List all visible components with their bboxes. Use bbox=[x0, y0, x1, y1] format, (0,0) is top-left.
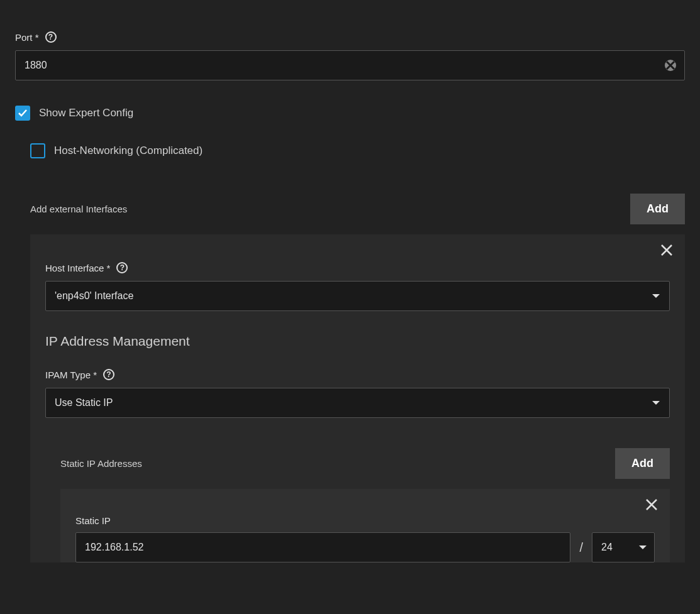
static-ip-label: Static IP bbox=[75, 515, 111, 526]
host-interface-label-text: Host Interface * bbox=[45, 263, 110, 273]
interface-panel: Host Interface * ? 'enp4s0' Interface IP… bbox=[30, 234, 685, 562]
host-networking-checkbox[interactable] bbox=[30, 143, 45, 158]
host-interface-label: Host Interface * ? bbox=[45, 262, 670, 273]
chevron-down-icon bbox=[639, 545, 647, 549]
show-expert-label: Show Expert Config bbox=[39, 107, 133, 119]
help-icon[interactable]: ? bbox=[103, 369, 114, 380]
ipam-type-value: Use Static IP bbox=[55, 397, 113, 408]
ipam-heading: IP Address Management bbox=[45, 334, 670, 349]
port-label-text: Port * bbox=[15, 32, 39, 43]
clear-icon[interactable] bbox=[665, 60, 676, 71]
close-icon[interactable] bbox=[660, 243, 674, 261]
host-interface-select[interactable]: 'enp4s0' Interface bbox=[45, 281, 670, 311]
host-networking-label: Host-Networking (Complicated) bbox=[54, 145, 203, 157]
chevron-down-icon bbox=[652, 401, 660, 405]
static-ip-section-label: Static IP Addresses bbox=[60, 458, 142, 469]
add-static-ip-button[interactable]: Add bbox=[615, 448, 670, 479]
chevron-down-icon bbox=[652, 294, 660, 298]
help-icon[interactable]: ? bbox=[116, 262, 128, 273]
show-expert-checkbox[interactable] bbox=[15, 106, 30, 121]
add-interfaces-label: Add external Interfaces bbox=[30, 204, 127, 214]
subnet-mask-select[interactable]: 24 bbox=[592, 532, 655, 562]
add-interface-button[interactable]: Add bbox=[630, 194, 685, 224]
ipam-type-select[interactable]: Use Static IP bbox=[45, 388, 670, 418]
port-label: Port * ? bbox=[15, 31, 685, 43]
help-icon[interactable]: ? bbox=[45, 31, 57, 43]
host-interface-value: 'enp4s0' Interface bbox=[55, 290, 133, 301]
port-input[interactable] bbox=[15, 50, 685, 80]
static-ip-input[interactable] bbox=[75, 532, 570, 562]
close-icon[interactable] bbox=[645, 498, 658, 515]
ipam-type-label-text: IPAM Type * bbox=[45, 370, 97, 380]
subnet-mask-value: 24 bbox=[601, 542, 613, 552]
slash-separator: / bbox=[578, 540, 584, 555]
static-ip-panel: Static IP / 24 bbox=[60, 489, 670, 562]
ipam-type-label: IPAM Type * ? bbox=[45, 369, 670, 380]
